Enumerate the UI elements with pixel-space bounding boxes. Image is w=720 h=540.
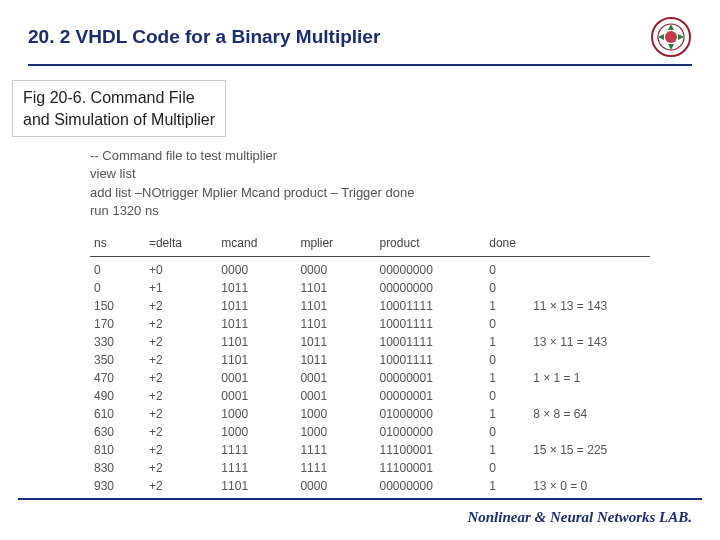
cell-mplier: 1011 — [296, 333, 375, 351]
cell-note — [529, 351, 650, 369]
caption-line-2: and Simulation of Multiplier — [23, 109, 215, 131]
cell-product: 11100001 — [375, 441, 485, 459]
cell-done: 0 — [485, 279, 529, 297]
university-logo-icon — [650, 16, 692, 58]
title-underline — [28, 64, 692, 66]
cell-mplier: 0000 — [296, 256, 375, 279]
cell-delta: +1 — [145, 279, 217, 297]
table-row: 930+21101000000000000113 × 0 = 0 — [90, 477, 650, 495]
table-row: 0+000000000000000000 — [90, 256, 650, 279]
cell-done: 1 — [485, 477, 529, 495]
cell-delta: +2 — [145, 351, 217, 369]
cell-done: 1 — [485, 297, 529, 315]
cell-mplier: 1111 — [296, 459, 375, 477]
cell-ns: 0 — [90, 256, 145, 279]
cell-done: 0 — [485, 459, 529, 477]
cell-delta: +2 — [145, 333, 217, 351]
svg-point-2 — [665, 31, 677, 43]
cell-note — [529, 459, 650, 477]
cell-mplier: 1101 — [296, 297, 375, 315]
cell-mcand: 1000 — [217, 423, 296, 441]
cell-delta: +2 — [145, 315, 217, 333]
cell-delta: +0 — [145, 256, 217, 279]
cell-note: 8 × 8 = 64 — [529, 405, 650, 423]
footer-rule — [18, 498, 702, 500]
col-delta: =delta — [145, 232, 217, 257]
table-row: 470+2000100010000000111 × 1 = 1 — [90, 369, 650, 387]
cell-mplier: 0000 — [296, 477, 375, 495]
cell-product: 01000000 — [375, 423, 485, 441]
cell-done: 1 — [485, 333, 529, 351]
caption-line-1: Fig 20-6. Command File — [23, 87, 215, 109]
cell-done: 1 — [485, 441, 529, 459]
table-body: 0+0000000000000000000+110111101000000000… — [90, 256, 650, 495]
cell-mplier: 1000 — [296, 405, 375, 423]
cell-delta: +2 — [145, 459, 217, 477]
command-file-block: -- Command file to test multiplier view … — [90, 147, 650, 220]
cell-ns: 930 — [90, 477, 145, 495]
cell-mplier: 1101 — [296, 315, 375, 333]
table-row: 0+110111101000000000 — [90, 279, 650, 297]
cmd-line-3: add list –NOtrigger Mplier Mcand product… — [90, 184, 650, 202]
cell-mcand: 1111 — [217, 441, 296, 459]
table-row: 170+210111101100011110 — [90, 315, 650, 333]
cell-mcand: 1011 — [217, 315, 296, 333]
cell-ns: 810 — [90, 441, 145, 459]
cell-product: 01000000 — [375, 405, 485, 423]
table-row: 330+21101101110001111113 × 11 = 143 — [90, 333, 650, 351]
simulation-table: ns =delta mcand mplier product done 0+00… — [90, 232, 650, 495]
cell-ns: 150 — [90, 297, 145, 315]
cell-ns: 350 — [90, 351, 145, 369]
cell-ns: 490 — [90, 387, 145, 405]
cell-ns: 470 — [90, 369, 145, 387]
cell-mplier: 1101 — [296, 279, 375, 297]
cell-mplier: 1111 — [296, 441, 375, 459]
cell-mcand: 1011 — [217, 279, 296, 297]
figure-caption: Fig 20-6. Command File and Simulation of… — [12, 80, 226, 137]
cell-done: 0 — [485, 351, 529, 369]
cell-delta: +2 — [145, 369, 217, 387]
cell-ns: 630 — [90, 423, 145, 441]
cell-mplier: 0001 — [296, 387, 375, 405]
cell-mplier: 1011 — [296, 351, 375, 369]
cell-done: 0 — [485, 387, 529, 405]
cell-mcand: 1101 — [217, 333, 296, 351]
cell-delta: +2 — [145, 477, 217, 495]
table-row: 150+21011110110001111111 × 13 = 143 — [90, 297, 650, 315]
cell-done: 1 — [485, 369, 529, 387]
cell-done: 1 — [485, 405, 529, 423]
table-header-row: ns =delta mcand mplier product done — [90, 232, 650, 257]
cell-ns: 610 — [90, 405, 145, 423]
cell-note: 13 × 0 = 0 — [529, 477, 650, 495]
cell-delta: +2 — [145, 387, 217, 405]
cell-note: 11 × 13 = 143 — [529, 297, 650, 315]
cell-mcand: 1000 — [217, 405, 296, 423]
cell-product: 10001111 — [375, 351, 485, 369]
table-row: 350+211011011100011110 — [90, 351, 650, 369]
cell-mcand: 0000 — [217, 256, 296, 279]
cell-ns: 170 — [90, 315, 145, 333]
cell-delta: +2 — [145, 405, 217, 423]
slide-title: 20. 2 VHDL Code for a Binary Multiplier — [28, 26, 380, 48]
cell-product: 10001111 — [375, 315, 485, 333]
cmd-line-4: run 1320 ns — [90, 202, 650, 220]
col-mcand: mcand — [217, 232, 296, 257]
cell-delta: +2 — [145, 297, 217, 315]
cell-note — [529, 256, 650, 279]
cell-ns: 330 — [90, 333, 145, 351]
cell-mplier: 1000 — [296, 423, 375, 441]
cell-done: 0 — [485, 315, 529, 333]
col-ns: ns — [90, 232, 145, 257]
cell-delta: +2 — [145, 423, 217, 441]
cell-product: 10001111 — [375, 333, 485, 351]
cmd-line-2: view list — [90, 165, 650, 183]
content-area: -- Command file to test multiplier view … — [0, 137, 720, 495]
cell-mcand: 1101 — [217, 351, 296, 369]
cell-product: 00000000 — [375, 256, 485, 279]
table-row: 630+210001000010000000 — [90, 423, 650, 441]
cell-mcand: 0001 — [217, 369, 296, 387]
cell-ns: 830 — [90, 459, 145, 477]
cell-mplier: 0001 — [296, 369, 375, 387]
cell-note — [529, 279, 650, 297]
cell-note — [529, 423, 650, 441]
